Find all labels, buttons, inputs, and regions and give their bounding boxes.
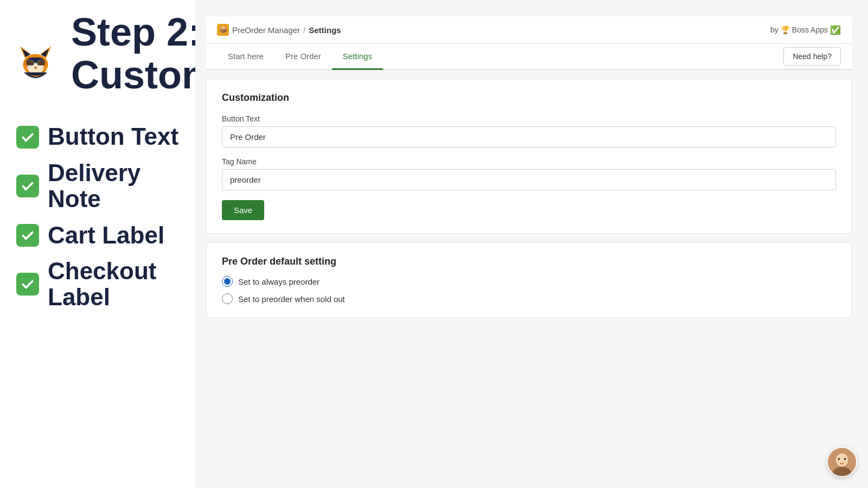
checkmark-icon bbox=[21, 179, 35, 193]
breadcrumb-app: PreOrder Manager bbox=[232, 25, 300, 35]
check-icon-checkout-label bbox=[16, 273, 39, 296]
tag-name-group: Tag Name bbox=[222, 157, 836, 190]
check-icon-cart-label bbox=[16, 224, 39, 247]
breadcrumb-current: Settings bbox=[309, 25, 341, 35]
tag-name-label: Tag Name bbox=[222, 157, 836, 166]
checklist-label-button-text: Button Text bbox=[48, 124, 178, 150]
svg-point-13 bbox=[34, 67, 37, 69]
verified-icon: ✅ bbox=[830, 25, 841, 35]
checkmark-icon bbox=[21, 228, 35, 242]
tab-pre-order[interactable]: Pre Order bbox=[275, 44, 332, 70]
radio-sold-out-input[interactable] bbox=[222, 293, 233, 304]
button-text-group: Button Text bbox=[222, 114, 836, 147]
sidebar: Step 2: Customize Button Text Delivery N… bbox=[0, 0, 195, 488]
by-label: by bbox=[770, 25, 778, 34]
checklist-item-button-text: Button Text bbox=[16, 124, 179, 150]
button-text-input[interactable] bbox=[222, 126, 836, 147]
tabs-bar: Start here Pre Order Settings Need help? bbox=[206, 44, 852, 70]
checklist-label-checkout-label: Checkout Label bbox=[48, 258, 179, 311]
breadcrumb-separator: / bbox=[303, 25, 305, 35]
customization-title: Customization bbox=[222, 92, 836, 104]
radio-always-preorder[interactable]: Set to always preorder bbox=[222, 276, 836, 287]
checkmark-icon bbox=[21, 277, 35, 291]
avatar[interactable] bbox=[827, 447, 857, 477]
panels-area: Customization Button Text Tag Name Save … bbox=[206, 70, 852, 477]
boss-apps-label: Boss Apps bbox=[792, 25, 828, 34]
boss-apps-badge: by 🏆 Boss Apps ✅ bbox=[770, 25, 841, 35]
svg-point-20 bbox=[836, 453, 848, 466]
checklist-label-delivery-note: Delivery Note bbox=[48, 160, 179, 213]
checklist-item-checkout-label: Checkout Label bbox=[16, 258, 179, 311]
main-content: 📦 PreOrder Manager / Settings by 🏆 Boss … bbox=[195, 0, 868, 488]
preorder-default-panel: Pre Order default setting Set to always … bbox=[206, 242, 852, 318]
tabs-list: Start here Pre Order Settings bbox=[217, 44, 383, 69]
svg-point-22 bbox=[838, 458, 840, 460]
radio-always-preorder-label: Set to always preorder bbox=[238, 277, 320, 286]
need-help-button[interactable]: Need help? bbox=[783, 47, 841, 66]
radio-group: Set to always preorder Set to preorder w… bbox=[222, 276, 836, 304]
checklist-item-delivery-note: Delivery Note bbox=[16, 160, 179, 213]
check-icon-button-text bbox=[16, 126, 39, 149]
radio-when-sold-out[interactable]: Set to preorder when sold out bbox=[222, 293, 836, 304]
tab-start-here[interactable]: Start here bbox=[217, 44, 275, 70]
boss-apps-emoji: 🏆 bbox=[781, 25, 790, 34]
checklist-item-cart-label: Cart Label bbox=[16, 222, 179, 248]
checklist: Button Text Delivery Note Cart Label bbox=[16, 124, 179, 310]
radio-always-preorder-input[interactable] bbox=[222, 276, 233, 287]
check-icon-delivery-note bbox=[16, 175, 39, 197]
tab-settings[interactable]: Settings bbox=[332, 44, 383, 70]
checkmark-icon bbox=[21, 130, 35, 144]
app-header: 📦 PreOrder Manager / Settings by 🏆 Boss … bbox=[206, 16, 852, 44]
checklist-label-cart-label: Cart Label bbox=[48, 222, 164, 248]
radio-sold-out-label: Set to preorder when sold out bbox=[238, 294, 345, 304]
tag-name-input[interactable] bbox=[222, 169, 836, 190]
preorder-default-title: Pre Order default setting bbox=[222, 256, 836, 267]
svg-point-23 bbox=[844, 458, 846, 460]
save-button[interactable]: Save bbox=[222, 200, 264, 220]
breadcrumb: 📦 PreOrder Manager / Settings bbox=[217, 24, 341, 36]
customization-panel: Customization Button Text Tag Name Save bbox=[206, 79, 852, 234]
fox-logo bbox=[16, 32, 55, 92]
app-icon: 📦 bbox=[217, 24, 229, 36]
button-text-label: Button Text bbox=[222, 114, 836, 123]
